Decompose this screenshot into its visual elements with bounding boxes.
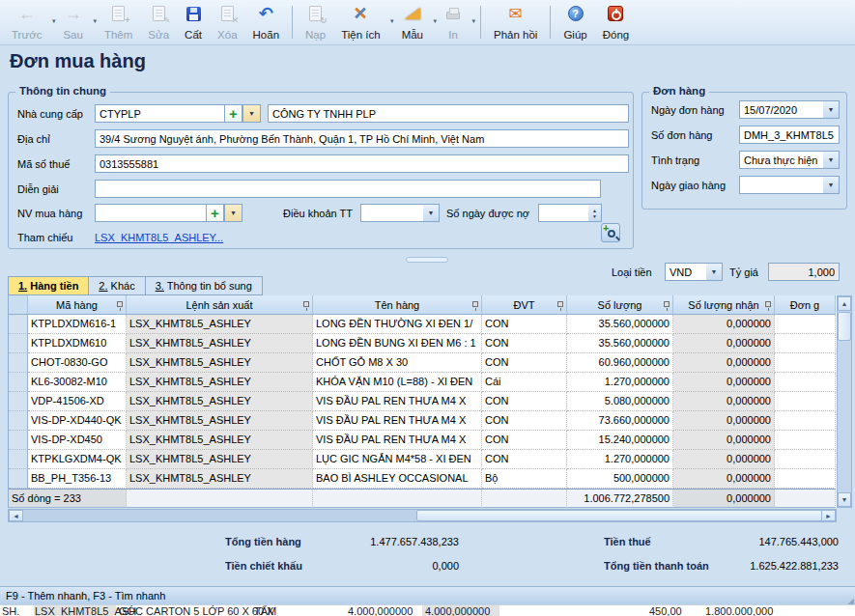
- reference-more-link[interactable]: ...: [214, 232, 223, 243]
- table-cell[interactable]: [775, 353, 836, 373]
- table-cell[interactable]: CON: [482, 411, 567, 431]
- table-cell[interactable]: KL6-30082-M10: [28, 373, 127, 392]
- address-input[interactable]: [95, 129, 629, 148]
- order-date-dropdown-button[interactable]: ▼: [823, 100, 840, 119]
- tab-2[interactable]: 2. Khác: [88, 276, 144, 295]
- chevron-down-icon[interactable]: ▾: [471, 17, 475, 25]
- table-cell[interactable]: LONG ĐỀN BUNG XI ĐEN M6 : 1: [313, 334, 482, 353]
- row-indicator[interactable]: [9, 469, 28, 489]
- table-cell[interactable]: LỤC GIC NGẮN M4*58 - XI ĐEN: [313, 450, 482, 469]
- table-cell[interactable]: CHOT-0830-GO: [28, 353, 127, 373]
- supplier-add-button[interactable]: +: [224, 104, 242, 123]
- table-cell[interactable]: 0,000000: [673, 315, 775, 334]
- table-cell[interactable]: [775, 450, 836, 469]
- horizontal-scrollbar-thumb[interactable]: [416, 510, 822, 521]
- table-cell[interactable]: 35.560,000000: [567, 334, 673, 353]
- horizontal-scrollbar[interactable]: ◄ ►: [8, 509, 837, 522]
- table-cell[interactable]: VIS-DP-XD450: [28, 431, 127, 450]
- table-cell[interactable]: LSX_KHMT8L5_ASHLEY: [127, 373, 313, 392]
- table-cell[interactable]: [775, 334, 836, 353]
- table-cell[interactable]: LSX_KHMT8L5_ASHLEY: [127, 315, 313, 334]
- table-cell[interactable]: 0,000000: [673, 411, 775, 431]
- table-cell[interactable]: KTPLDXDM610: [28, 334, 127, 353]
- table-cell[interactable]: CON: [482, 334, 567, 353]
- table-cell[interactable]: VIS ĐẦU PAL REN THƯA M4 X: [313, 431, 482, 450]
- row-indicator[interactable]: [9, 334, 28, 353]
- debt-days-spinner[interactable]: ▲▼: [588, 204, 602, 222]
- delivery-date-input[interactable]: [739, 176, 824, 194]
- table-cell[interactable]: 0,000000: [673, 392, 775, 411]
- table-cell[interactable]: LSX_KHMT8L5_ASHLEY: [127, 353, 313, 373]
- tab-3[interactable]: 3. Thông tin bổ sung: [145, 276, 263, 295]
- table-cell[interactable]: 0,000000: [673, 431, 775, 450]
- table-cell[interactable]: 0,000000: [673, 353, 775, 373]
- table-row[interactable]: KTPLDXDM610LSX_KHMT8L5_ASHLEYLONG ĐỀN BU…: [9, 334, 837, 353]
- pin-icon[interactable]: [472, 301, 478, 307]
- buyer-add-button[interactable]: +: [206, 204, 224, 222]
- table-cell[interactable]: VIS-DP-XD440-QK: [28, 411, 127, 431]
- payment-term-input[interactable]: [360, 204, 424, 222]
- table-cell[interactable]: KHÓA VẶN M10 (L=88) - XI ĐEN: [313, 373, 482, 392]
- table-cell[interactable]: [775, 392, 836, 411]
- status-dropdown-button[interactable]: ▼: [823, 151, 840, 169]
- table-cell[interactable]: 60.960,000000: [567, 353, 673, 373]
- row-indicator[interactable]: [9, 353, 28, 373]
- table-row[interactable]: KTPLDXDM616-1LSX_KHMT8L5_ASHLEYLONG ĐỀN …: [9, 315, 837, 334]
- scroll-right-icon[interactable]: ►: [821, 510, 836, 521]
- column-header-4[interactable]: ĐVT: [482, 295, 567, 315]
- column-header-5[interactable]: Số lượng: [567, 295, 673, 315]
- toolbar-button-tools[interactable]: Tiện ích▾: [333, 2, 393, 42]
- toolbar-button-close[interactable]: Đóng: [595, 2, 638, 42]
- table-cell[interactable]: 0,000000: [673, 450, 775, 469]
- table-cell[interactable]: Cái: [482, 373, 567, 392]
- status-input[interactable]: [739, 151, 824, 169]
- row-indicator[interactable]: [9, 411, 28, 431]
- supplier-code-input[interactable]: [95, 104, 225, 123]
- table-cell[interactable]: KTPLDXDM616-1: [28, 315, 127, 334]
- toolbar-button-undo[interactable]: Hoãn: [245, 2, 288, 42]
- tax-code-input[interactable]: [95, 154, 629, 173]
- supplier-name-input[interactable]: [268, 104, 629, 123]
- table-cell[interactable]: 15.240,000000: [567, 431, 673, 450]
- column-header-3[interactable]: Tên hàng: [313, 295, 482, 315]
- table-cell[interactable]: BAO BÌ ASHLEY OCCASIONAL: [313, 469, 482, 489]
- table-row[interactable]: VIS-DP-XD440-QKLSX_KHMT8L5_ASHLEYVIS ĐẦU…: [9, 411, 837, 431]
- pin-icon[interactable]: [117, 301, 123, 307]
- table-row[interactable]: CHOT-0830-GOLSX_KHMT8L5_ASHLEYCHỐT GỖ M8…: [9, 353, 837, 373]
- vertical-scrollbar-thumb[interactable]: [838, 312, 851, 341]
- splitter-handle[interactable]: [406, 257, 448, 263]
- table-cell[interactable]: [775, 431, 836, 450]
- delivery-date-dropdown-button[interactable]: ▼: [823, 176, 840, 194]
- toolbar-button-template[interactable]: Mẫu▾: [394, 2, 437, 42]
- table-cell[interactable]: VDP-41506-XD: [28, 392, 127, 411]
- currency-dropdown-button[interactable]: ▼: [706, 263, 723, 281]
- order-no-input[interactable]: [739, 126, 840, 144]
- row-indicator[interactable]: [9, 315, 28, 334]
- table-row[interactable]: VIS-DP-XD450LSX_KHMT8L5_ASHLEYVIS ĐẦU PA…: [9, 431, 837, 450]
- table-cell[interactable]: 35.560,000000: [567, 315, 673, 334]
- order-date-input[interactable]: [739, 100, 824, 119]
- toolbar-button-help[interactable]: ?Giúp: [556, 2, 594, 42]
- pin-icon[interactable]: [557, 301, 563, 307]
- row-indicator[interactable]: [9, 450, 28, 469]
- table-cell[interactable]: LSX_KHMT8L5_ASHLEY: [127, 431, 313, 450]
- table-cell[interactable]: 5.080,000000: [567, 392, 673, 411]
- table-cell[interactable]: [775, 469, 836, 489]
- table-cell[interactable]: LSX_KHMT8L5_ASHLEY: [127, 450, 313, 469]
- table-cell[interactable]: 1.270,000000: [567, 450, 673, 469]
- table-cell[interactable]: CON: [482, 450, 567, 469]
- payment-term-dropdown-button[interactable]: ▼: [423, 204, 440, 222]
- debt-days-input[interactable]: [538, 204, 589, 222]
- table-cell[interactable]: LONG ĐỀN THƯỜNG XI ĐEN 1/: [313, 315, 482, 334]
- toolbar-button-save[interactable]: Cất: [177, 2, 210, 42]
- table-cell[interactable]: 73.660,000000: [567, 411, 673, 431]
- column-header-2[interactable]: Lệnh sản xuất: [127, 295, 313, 315]
- table-cell[interactable]: 1.270,000000: [567, 373, 673, 392]
- table-row[interactable]: VDP-41506-XDLSX_KHMT8L5_ASHLEYVIS ĐẦU PA…: [9, 392, 837, 411]
- table-cell[interactable]: BB_PH_T356-13: [28, 469, 127, 489]
- row-indicator[interactable]: [9, 392, 28, 411]
- pin-icon[interactable]: [765, 301, 771, 307]
- scroll-left-icon[interactable]: ◄: [9, 510, 23, 521]
- table-cell[interactable]: [775, 315, 836, 334]
- table-cell[interactable]: KTPKLGXDM4-QK: [28, 450, 127, 469]
